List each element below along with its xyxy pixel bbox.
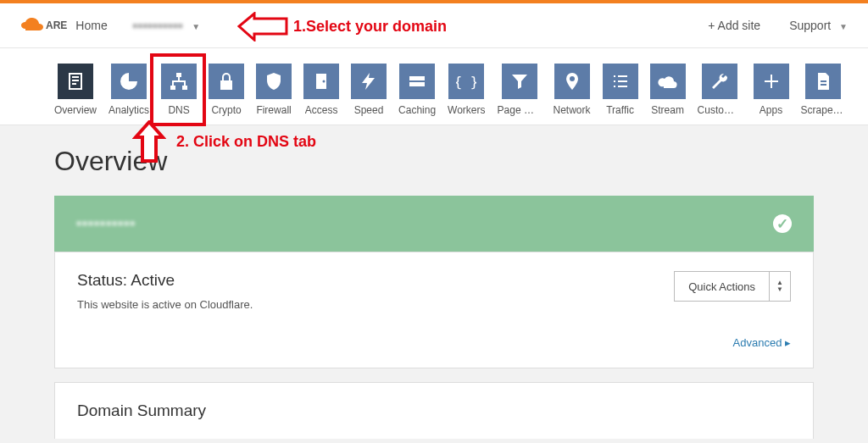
lock-icon [209, 64, 244, 99]
top-header: ARE Home ▪▪▪▪▪▪▪▪▪▪ ▼ + Add site Support… [0, 3, 868, 48]
sitemap-icon [161, 64, 197, 99]
tab-label: Crypto [211, 104, 241, 116]
tab-label: Traffic [606, 104, 634, 116]
tab-label: Custom P... [698, 104, 742, 116]
cloud-icon [650, 64, 686, 99]
tab-label: Overview [54, 104, 97, 116]
tab-caching[interactable]: Caching [398, 64, 436, 116]
nav-home[interactable]: Home [75, 19, 107, 32]
tab-label: Access [305, 104, 338, 116]
svg-rect-0 [176, 73, 181, 77]
caret-down-icon: ▼ [192, 22, 200, 31]
svg-rect-6 [409, 76, 425, 80]
tab-custom-pages[interactable]: Custom P... [698, 64, 742, 116]
plus-icon [754, 64, 789, 99]
tab-label: Stream [651, 104, 684, 116]
tab-overview[interactable]: Overview [54, 64, 97, 116]
caret-down-icon: ▼ [839, 22, 848, 31]
pie-icon [111, 64, 147, 99]
tab-dns[interactable]: DNS [161, 64, 197, 116]
check-circle-icon: ✓ [773, 214, 792, 233]
tab-speed[interactable]: Speed [351, 64, 387, 116]
tab-access[interactable]: Access [303, 64, 339, 116]
tab-label: Network [554, 104, 591, 116]
logo-text: ARE [46, 19, 67, 31]
tab-scrape-shield[interactable]: Scrape Sh... [801, 64, 845, 116]
tab-label: Speed [354, 104, 384, 116]
support-menu[interactable]: Support ▼ [789, 19, 848, 32]
svg-point-9 [570, 76, 575, 81]
svg-rect-2 [182, 86, 187, 90]
domain-selector[interactable]: ▪▪▪▪▪▪▪▪▪▪ ▼ [133, 19, 200, 32]
door-icon [303, 64, 339, 99]
svg-rect-1 [170, 86, 175, 90]
annotation-text-1: 1.Select your domain [293, 18, 447, 36]
tab-network[interactable]: Network [554, 64, 591, 116]
pin-icon [554, 64, 590, 99]
banner-domain-obscured: ▪▪▪▪▪▪▪▪▪▪ [76, 215, 136, 232]
cloudflare-logo[interactable]: ARE [20, 17, 67, 34]
tab-label: Apps [760, 104, 782, 116]
list-icon [603, 64, 638, 99]
status-heading: Status: Active [77, 271, 253, 290]
svg-rect-3 [220, 80, 232, 90]
status-card: Status: Active This website is active on… [54, 252, 814, 368]
svg-text:{ }: { } [456, 74, 476, 90]
tab-stream[interactable]: Stream [650, 64, 686, 116]
tab-traffic[interactable]: Traffic [603, 64, 638, 116]
tab-label: Page Rules [498, 104, 542, 116]
domain-summary-heading: Domain Summary [77, 401, 791, 420]
tab-bar: Overview Analytics DNS Crypto Firewall A… [0, 48, 868, 125]
cloud-icon [20, 17, 44, 34]
tab-label: Workers [448, 104, 485, 116]
annotation-arrow-1: 1.Select your domain [237, 12, 447, 42]
quick-actions-label: Quick Actions [675, 272, 769, 301]
shield-icon [256, 64, 292, 99]
funnel-icon [502, 64, 537, 99]
domain-summary-card: Domain Summary [54, 382, 814, 439]
document-icon [805, 64, 841, 99]
braces-icon: { } [448, 64, 484, 99]
tab-label: Caching [398, 104, 436, 116]
drive-icon [399, 64, 435, 99]
tab-label: Firewall [256, 104, 291, 116]
tab-crypto[interactable]: Crypto [209, 64, 244, 116]
add-site-button[interactable]: + Add site [708, 19, 760, 32]
advanced-link[interactable]: Advanced ▸ [77, 336, 791, 349]
main-content: Overview 2. Click on DNS tab ▪▪▪▪▪▪▪▪▪▪ … [0, 125, 868, 443]
stepper-arrows-icon: ▲▼ [769, 272, 790, 301]
tab-label: DNS [168, 104, 189, 116]
wrench-icon [702, 64, 737, 99]
domain-name-obscured: ▪▪▪▪▪▪▪▪▪▪ [133, 19, 184, 32]
tab-workers[interactable]: { } Workers [448, 64, 485, 116]
annotation-arrow-2: 2. Click on DNS tab [132, 120, 316, 163]
tab-label: Analytics [108, 104, 149, 116]
tab-analytics[interactable]: Analytics [108, 64, 149, 116]
svg-rect-7 [409, 82, 425, 86]
annotation-text-2: 2. Click on DNS tab [176, 133, 316, 151]
clipboard-icon [58, 64, 93, 99]
status-banner: ▪▪▪▪▪▪▪▪▪▪ ✓ [54, 196, 814, 252]
tab-label: Scrape Sh... [801, 104, 845, 116]
svg-point-5 [323, 80, 326, 83]
tab-firewall[interactable]: Firewall [256, 64, 292, 116]
bolt-icon [351, 64, 387, 99]
support-label: Support [789, 19, 831, 32]
tab-apps[interactable]: Apps [754, 64, 789, 116]
status-description: This website is active on Cloudflare. [77, 298, 253, 311]
tab-page-rules[interactable]: Page Rules [498, 64, 542, 116]
quick-actions-dropdown[interactable]: Quick Actions ▲▼ [674, 271, 791, 302]
